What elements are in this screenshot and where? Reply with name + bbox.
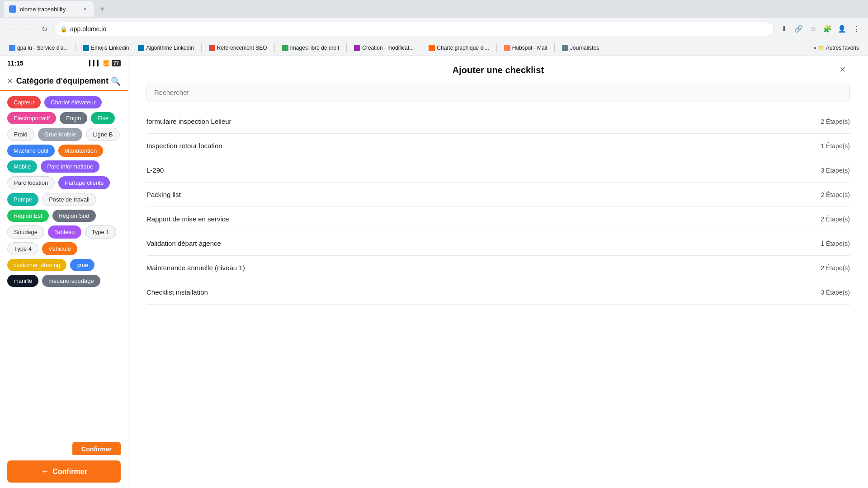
tag-pill-tag-type1[interactable]: Type 1	[85, 225, 116, 239]
checklist-item-cl-5[interactable]: Rapport de mise en service2 Étape(s)	[146, 207, 850, 231]
main-content: 11:15 ▎▎▎ 📶 77 × Catégorie d'équipement …	[0, 56, 868, 488]
bookmark-star-icon[interactable]: ☆	[807, 23, 819, 35]
other-favorites-folder: 📁	[818, 45, 825, 51]
tag-pill-tag-grue2[interactable]: grue	[70, 259, 94, 271]
tag-pill-tag-froid[interactable]: Froid	[7, 128, 34, 141]
checklist-item-cl-6[interactable]: Validation départ agence1 Étape(s)	[146, 231, 850, 256]
checklist-steps-cl-2: 1 Étape(s)	[821, 142, 850, 150]
bookmark-item[interactable]: Référencement SEO	[205, 43, 271, 53]
checklist-item-cl-1[interactable]: formulaire inspection Lelieur2 Étape(s)	[146, 109, 850, 134]
tag-pill-tag-vehicule[interactable]: Véhicule	[42, 242, 77, 255]
bookmark-item[interactable]: Algorithme Linkedin	[134, 43, 197, 53]
share-icon[interactable]: 🔗	[792, 23, 805, 35]
bookmark-item[interactable]: Journalistes	[558, 43, 603, 53]
bookmark-item[interactable]: Création - modificat...	[350, 43, 417, 53]
bm-favicon	[429, 45, 435, 51]
active-tab[interactable]: olome traceability ×	[4, 1, 94, 17]
bookmark-item[interactable]: gpa.lu - Service d'a...	[5, 43, 71, 53]
inner-confirm-button[interactable]: Confirmer	[72, 442, 121, 456]
tab-label: olome traceability	[20, 6, 66, 13]
tag-pill-tag-parc-info[interactable]: Parc informatique	[41, 160, 99, 173]
back-arrow-icon: ←	[41, 467, 49, 476]
tag-pill-tag-tableau[interactable]: Tableau	[48, 225, 81, 239]
modal-title: Ajouter une checklist	[453, 65, 544, 75]
more-bookmarks[interactable]: » 📁 Autres favoris	[810, 43, 863, 53]
bm-favicon	[282, 45, 288, 51]
tag-pill-tag-mobile[interactable]: Mobile	[7, 160, 37, 173]
battery-indicator: 77	[112, 60, 121, 66]
tag-pill-tag-capteur[interactable]: Capteur	[7, 96, 41, 108]
tag-pill-tag-customer[interactable]: customer_sharing	[7, 259, 66, 271]
checklist-item-cl-7[interactable]: Maintenance annuelle (niveau 1)2 Étape(s…	[146, 256, 850, 280]
bookmark-item[interactable]: Charte graphique ol...	[425, 43, 492, 53]
tag-pill-tag-partage[interactable]: Partage clients	[58, 176, 110, 189]
bm-favicon	[354, 45, 360, 51]
profile-icon[interactable]: 👤	[835, 23, 848, 35]
checklist-name-cl-7: Maintenance annuelle (niveau 1)	[146, 264, 245, 272]
checklist-name-cl-8: Checklist installation	[146, 288, 208, 296]
bookmark-separator	[496, 43, 497, 52]
modal-search-input[interactable]	[146, 83, 850, 102]
mobile-time: 11:15	[7, 60, 24, 67]
tag-pill-tag-type4[interactable]: Type 4	[7, 242, 38, 255]
modal-close-button[interactable]: ×	[835, 62, 850, 77]
back-button[interactable]: ←	[5, 23, 18, 35]
confirm-label: Confirmer	[52, 468, 87, 476]
new-tab-button[interactable]: +	[96, 3, 108, 15]
bookmark-separator	[75, 43, 75, 52]
address-bar[interactable]: 🔒 app.olome.io	[54, 22, 774, 36]
tab-favicon	[9, 5, 16, 13]
modal-overlay: Ajouter une checklist × formulaire inspe…	[128, 56, 868, 488]
bm-favicon	[138, 45, 144, 51]
tag-pill-tag-mecano[interactable]: mécano-soudage	[42, 275, 100, 287]
tag-pill-tag-pompe[interactable]: Pompe	[7, 193, 38, 206]
checklist-name-cl-4: Packing list	[146, 191, 181, 198]
bookmark-item[interactable]: Images libre de droit	[278, 43, 343, 53]
tag-pill-tag-grue[interactable]: Grue Mobile	[38, 128, 83, 141]
tag-pill-tag-manutention[interactable]: Manutention	[58, 145, 104, 157]
checklist-steps-cl-1: 2 Étape(s)	[821, 118, 850, 125]
extensions-icon[interactable]: 🧩	[821, 23, 834, 35]
browser-icons-right: ⬇ 🔗 ☆ 🧩 👤 ⋮	[778, 23, 863, 35]
tag-pill-tag-parc-loc[interactable]: Parc location	[7, 176, 55, 189]
bookmark-item[interactable]: Emojis Linkedin	[79, 43, 132, 53]
mobile-status-bar: 11:15 ▎▎▎ 📶 77	[0, 56, 128, 70]
tag-pill-tag-poste[interactable]: Poste de travail	[42, 193, 96, 206]
checklist-list: formulaire inspection Lelieur2 Étape(s)I…	[146, 109, 850, 488]
checklist-steps-cl-8: 3 Étape(s)	[821, 289, 850, 296]
lock-icon: 🔒	[60, 26, 67, 33]
checklist-name-cl-5: Rapport de mise en service	[146, 215, 229, 223]
download-icon[interactable]: ⬇	[778, 23, 790, 35]
address-text: app.olome.io	[70, 25, 106, 33]
checklist-item-cl-2[interactable]: Inspection retour location1 Étape(s)	[146, 134, 850, 158]
forward-button[interactable]: →	[22, 23, 34, 35]
tag-pill-tag-fixe[interactable]: Fixe	[91, 112, 115, 124]
refresh-button[interactable]: ↻	[38, 23, 51, 35]
tag-pill-tag-region-sud[interactable]: Région Sud	[52, 210, 96, 222]
tag-pill-tag-engin[interactable]: Engin	[60, 112, 87, 124]
menu-icon[interactable]: ⋮	[850, 23, 863, 35]
bookmark-item[interactable]: Hubspot - Mail	[500, 43, 551, 53]
checklist-name-cl-3: L-290	[146, 166, 164, 174]
tag-pill-tag-soudage[interactable]: Soudage	[7, 225, 44, 239]
checklist-item-cl-8[interactable]: Checklist installation3 Étape(s)	[146, 280, 850, 305]
tag-pill-tag-electro[interactable]: Electroportatif	[7, 112, 56, 124]
tab-close-btn[interactable]: ×	[81, 5, 89, 13]
tag-pill-tag-machine[interactable]: Machine outil	[7, 145, 55, 157]
checklist-steps-cl-5: 2 Étape(s)	[821, 216, 850, 223]
checklist-name-cl-1: formulaire inspection Lelieur	[146, 117, 231, 125]
checklist-item-cl-3[interactable]: L-2903 Étape(s)	[146, 158, 850, 183]
mobile-panel: 11:15 ▎▎▎ 📶 77 × Catégorie d'équipement …	[0, 56, 128, 488]
confirm-button-mobile[interactable]: ← Confirmer	[7, 460, 121, 483]
tag-pill-tag-ligneb[interactable]: Ligne B	[86, 128, 119, 141]
mobile-search-icon[interactable]: 🔍	[111, 76, 121, 86]
tab-bar: olome traceability × +	[0, 0, 868, 18]
bm-favicon	[504, 45, 510, 51]
checklist-steps-cl-7: 2 Étape(s)	[821, 264, 850, 272]
checklist-item-cl-4[interactable]: Packing list2 Étape(s)	[146, 183, 850, 207]
tag-pill-tag-chariot[interactable]: Chariot élévateur	[44, 96, 102, 108]
tag-pill-tag-manille[interactable]: manille	[7, 275, 38, 287]
bookmark-separator	[346, 43, 347, 52]
close-mobile-icon[interactable]: ×	[7, 76, 13, 86]
tag-pill-tag-region-est[interactable]: Région Est	[7, 210, 49, 222]
